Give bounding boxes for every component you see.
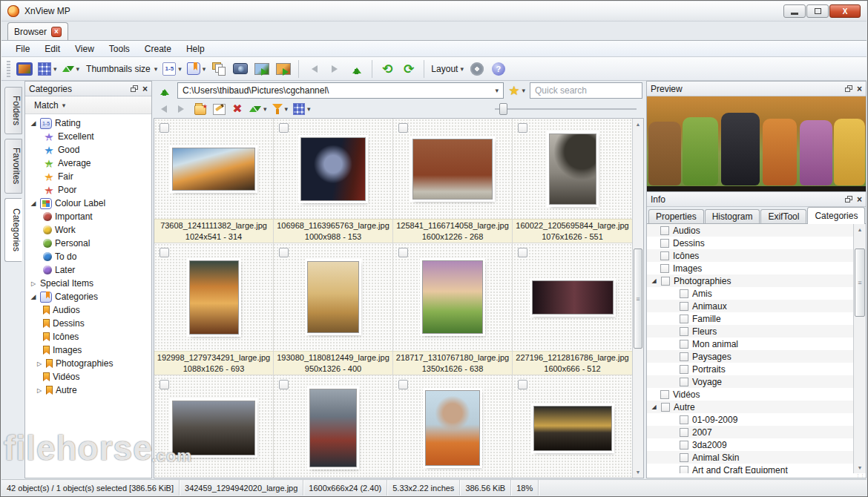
category-checkbox[interactable] [660, 239, 669, 248]
capture-button[interactable] [231, 59, 250, 79]
thumbnail-cell[interactable]: 160022_1205695844_large.jpg1076x1626 - 5… [513, 119, 632, 243]
category-checkbox[interactable] [660, 251, 669, 260]
parent-folder-button[interactable] [155, 82, 174, 99]
category-row[interactable]: Dessins [647, 237, 853, 249]
edit-button[interactable] [211, 101, 227, 117]
scroll-up-icon[interactable]: ▲ [854, 224, 866, 235]
nav-forward-button[interactable] [174, 101, 190, 117]
scroll-up-icon[interactable]: ▲ [633, 119, 643, 130]
category-row[interactable]: Icônes [647, 249, 853, 262]
category-checkbox[interactable] [680, 428, 688, 437]
thumbnail-image[interactable] [412, 139, 493, 200]
tree-item[interactable]: To do [25, 250, 151, 263]
dropdown-arrow-icon[interactable]: ▾ [154, 65, 158, 73]
settings-button[interactable] [467, 59, 487, 79]
new-folder-button[interactable] [192, 101, 208, 117]
thumbnail-cell[interactable] [274, 375, 393, 478]
fullscreen-viewer-button[interactable] [15, 59, 34, 79]
tab-browser[interactable]: Browser × [7, 22, 68, 40]
tree-item[interactable]: Personal [25, 237, 151, 250]
resize-grip[interactable] [647, 473, 866, 478]
category-checkbox[interactable] [661, 403, 670, 412]
tree-item[interactable]: ★4Good [25, 143, 151, 157]
info-tree-scrollbar[interactable]: ▲ ▼ [853, 224, 866, 473]
expander-icon[interactable]: ◢ [30, 293, 37, 300]
category-row[interactable]: Fleurs [647, 325, 853, 338]
rotate-left-button[interactable]: ⟲ [378, 59, 397, 79]
thumbnail-checkbox[interactable] [518, 248, 527, 257]
thumbnail-cell[interactable]: 106968_1163965763_large.jpg1000x988 - 15… [274, 119, 393, 243]
tree-item[interactable]: ★5Excellent [25, 130, 151, 143]
path-combobox[interactable]: C:\Users\thibaud\Pictures\cgchannel\ ▾ [177, 82, 504, 99]
dropdown-arrow-icon[interactable]: ▾ [76, 65, 80, 73]
menu-view[interactable]: View [68, 42, 101, 56]
export-button[interactable] [252, 59, 272, 79]
grid-scrollbar[interactable]: ▲ ▼ [632, 119, 643, 478]
nav-back-button[interactable] [155, 101, 171, 117]
delete-button[interactable]: ✖ [229, 101, 246, 117]
slider-handle[interactable] [499, 103, 507, 115]
category-checkbox[interactable] [680, 340, 688, 349]
thumbnail-image[interactable] [189, 260, 239, 335]
category-row[interactable]: ◢Autre [647, 401, 853, 413]
close-panel-icon[interactable]: × [857, 196, 862, 203]
category-row[interactable]: Portraits [647, 363, 853, 375]
dropdown-arrow-icon[interactable]: ▾ [178, 65, 182, 73]
category-checkbox[interactable] [680, 466, 688, 474]
thumbnail-cell[interactable] [513, 375, 632, 478]
thumbnail-cell[interactable]: 192998_1279734291_large.jpg1088x1626 - 6… [154, 243, 274, 375]
thumbnail-checkbox[interactable] [160, 380, 169, 389]
thumbnail-checkbox[interactable] [160, 123, 169, 133]
thumbnail-view-button[interactable]: ▾ [36, 59, 59, 79]
side-tab-categories[interactable]: Categories [4, 198, 22, 262]
copy-move-button[interactable] [209, 59, 228, 79]
thumbnail-cell[interactable] [393, 375, 513, 478]
thumbnail-image[interactable] [549, 134, 596, 205]
scrollbar-thumb[interactable] [855, 249, 865, 317]
category-checkbox[interactable] [680, 453, 688, 462]
expander-icon[interactable]: ◢ [651, 404, 657, 410]
history-forward-button[interactable] [326, 59, 345, 79]
tree-item[interactable]: Audios [25, 303, 151, 317]
tree-item[interactable]: ★3Average [25, 157, 151, 170]
close-panel-icon[interactable]: × [857, 85, 862, 93]
expander-icon[interactable]: ◢ [30, 119, 37, 127]
category-row[interactable]: Animaux [647, 300, 853, 312]
tab-close-icon[interactable]: × [51, 27, 62, 37]
category-row[interactable]: Vidéos [647, 388, 853, 401]
category-row[interactable]: Images [647, 262, 853, 274]
category-checkbox[interactable] [680, 352, 688, 361]
category-checkbox[interactable] [661, 277, 670, 286]
tree-item[interactable]: Dessins [25, 317, 151, 330]
close-button[interactable]: X [829, 4, 861, 18]
minimize-button[interactable] [783, 4, 806, 18]
thumbnail-image[interactable] [172, 401, 255, 455]
match-dropdown[interactable]: Match▾ [28, 99, 71, 112]
rating-button[interactable]: 1-5▾ [161, 59, 183, 79]
expander-icon[interactable]: ▷ [36, 361, 43, 367]
category-row[interactable]: Animal Skin [647, 451, 853, 464]
thumbnail-checkbox[interactable] [518, 123, 527, 133]
thumbnail-image[interactable] [300, 137, 366, 201]
dropdown-arrow-icon[interactable]: ▾ [522, 87, 525, 94]
thumbnail-image[interactable] [422, 260, 483, 334]
toolbar-drag-handle[interactable] [7, 61, 10, 77]
tree-item[interactable]: ▷Autre [25, 384, 151, 397]
scroll-down-icon[interactable]: ▼ [854, 462, 866, 473]
scrollbar-thumb[interactable] [634, 249, 642, 349]
tree-item[interactable]: ◢Rating [25, 116, 151, 130]
thumbnail-image[interactable] [307, 261, 359, 333]
categories-button[interactable]: ▾ [185, 59, 208, 79]
menu-help[interactable]: Help [180, 42, 211, 56]
thumbnail-checkbox[interactable] [398, 248, 408, 257]
thumbnail-cell[interactable]: 125841_1166714058_large.jpg1600x1226 - 2… [393, 119, 513, 243]
tree-item[interactable]: ▷Photographies [25, 357, 151, 370]
rotate-right-button[interactable]: ⟳ [399, 59, 418, 79]
thumbnail-image[interactable] [532, 280, 614, 315]
thumbnail-checkbox[interactable] [279, 380, 289, 389]
tree-item[interactable]: Work [25, 223, 151, 237]
category-checkbox[interactable] [680, 289, 688, 298]
category-row[interactable]: 3da2009 [647, 438, 853, 451]
go-up-button[interactable] [347, 59, 366, 79]
filter-button[interactable]: ▾ [271, 101, 290, 117]
